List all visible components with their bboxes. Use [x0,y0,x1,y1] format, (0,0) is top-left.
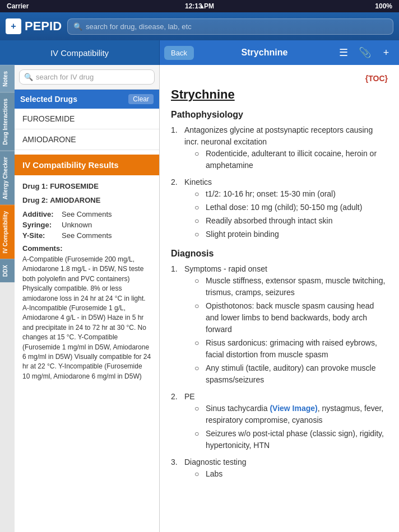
bullet-list: ○Sinus tachycardia (View Image), nystagm… [194,403,388,451]
list-item: 1. Antagonizes glycine at postsynaptic r… [171,124,388,173]
section-pathophysiology: Pathophysiology [171,110,388,120]
attachment-icon[interactable]: 📎 [356,44,373,61]
left-panel: 🔍 search for IV drug Selected Drugs Clea… [15,65,160,532]
section-diagnosis: Diagnosis [171,249,388,259]
list-item: ○Rodenticide, adulterant to illicit coca… [194,148,388,171]
nav-right: Back Strychnine ☰ 📎 + [160,40,399,65]
ysite-value: See Comments [62,231,112,240]
battery-label: 100% [375,2,392,10]
view-image-link[interactable]: (View Image) [270,404,317,413]
clear-button[interactable]: Clear [128,94,154,104]
results-content: Drug 1: FUROSEMIDE Drug 2: AMIODARONE Ad… [15,175,159,532]
add-icon[interactable]: + [378,44,395,61]
app-header: + PEPID 🔍 [0,12,399,40]
iv-search-placeholder: search for IV drug [36,73,94,81]
comments-text: A-Compatible (Furosemide 200 mg/L, Amiod… [22,255,151,381]
ysite-label: Y-Site: [22,231,62,240]
status-bar: Carrier ▲ 12:13 PM 100% [0,0,399,12]
diagnosis-list: 1. Symptoms - rapid onset ○Muscle stiffn… [171,263,388,482]
section-title: IV Compatibility [0,40,160,65]
global-search-box[interactable]: 🔍 [67,18,393,35]
list-item: ○Slight protein binding [194,228,362,240]
drug1-label: Drug 1: [22,182,48,190]
drug2-value: AMIODARONE [50,196,100,204]
results-header: IV Compatibility Results [15,155,159,175]
list-item[interactable]: FUROSEMIDE [15,109,159,129]
list-item: 2. Kinetics ○t1/2: 10-16 hr; onset: 15-3… [171,176,388,242]
article-title: Strychnine [171,87,388,102]
selected-drugs-label: Selected Drugs [20,95,77,104]
list-item: ○Sinus tachycardia (View Image), nystagm… [194,403,388,426]
selected-drugs-header: Selected Drugs Clear [15,90,159,109]
back-button[interactable]: Back [164,46,194,60]
syringe-label: Syringe: [22,221,62,229]
search-icon: 🔍 [24,73,33,81]
list-item: ○Muscle stiffness, extensor spasm, muscl… [194,275,388,298]
sidebar-item-iv-compatibility[interactable]: IV Compatibility [0,205,15,259]
search-icon: 🔍 [73,22,82,31]
list-item: ○Risus sardonicus: grimacing with raised… [194,337,388,361]
list-icon[interactable]: ☰ [335,44,352,61]
list-item: ○Any stimuli (tactile, auditory) can pro… [194,362,388,386]
carrier-label: Carrier [7,2,29,10]
bullet-list: ○Labs [194,468,247,480]
list-item: 3. Diagnostic testing ○Labs [171,456,388,482]
time-label: 12:13 PM [185,2,214,10]
drug-list: FUROSEMIDE AMIODARONE [15,109,159,150]
nav-icons: ☰ 📎 + [335,44,395,61]
drug1-value: FUROSEMIDE [50,182,99,190]
pepid-logo: + PEPID [6,18,62,34]
list-item[interactable]: AMIODARONE [15,129,159,150]
bullet-list: ○Rodenticide, adulterant to illicit coca… [194,148,388,171]
syringe-row: Syringe: Unknown [22,221,151,229]
drug-pair-1: Drug 1: FUROSEMIDE [22,182,151,190]
bullet-list: ○t1/2: 10-16 hr; onset: 15-30 min (oral)… [194,188,362,240]
additive-label: Additive: [22,210,62,218]
additive-value: See Comments [62,210,112,218]
global-search-input[interactable] [86,22,387,31]
list-item: ○Labs [194,468,247,480]
drug-pair-2: Drug 2: AMIODARONE [22,196,151,204]
list-item: 2. PE ○Sinus tachycardia (View Image), n… [171,391,388,453]
additive-row: Additive: See Comments [22,210,151,218]
toc-link[interactable]: {TOC} [171,74,388,83]
sidebar-item-notes[interactable]: Notes [0,65,15,92]
syringe-value: Unknown [62,221,92,229]
iv-search-inner[interactable]: 🔍 search for IV drug [19,69,155,85]
list-item: ○Seizures w/o post-ictal phase (classic … [194,428,388,451]
comments-title: Comments: [22,244,151,253]
page-title: Strychnine [197,48,332,58]
list-item: ○Readily absorbed through intact skin [194,215,362,227]
sidebar-item-allergy-checker[interactable]: Allergy Checker [0,151,15,205]
list-item: ○Opisthotonos: back muscle spasm causing… [194,300,388,335]
sidebar-item-ddx[interactable]: DDX [0,259,15,282]
sidebar-item-drug-interactions[interactable]: Drug Interactions [0,92,15,151]
list-item: 1. Symptoms - rapid onset ○Muscle stiffn… [171,263,388,388]
bullet-list: ○Muscle stiffness, extensor spasm, muscl… [194,275,388,386]
ysite-row: Y-Site: See Comments [22,231,151,240]
nav-bar: IV Compatibility Back Strychnine ☰ 📎 + [0,40,399,65]
list-item: ○Lethal dose: 10 mg (child); 50-150 mg (… [194,202,362,213]
drug2-label: Drug 2: [22,196,48,204]
list-item: ○t1/2: 10-16 hr; onset: 15-30 min (oral) [194,188,362,200]
pathophysiology-list: 1. Antagonizes glycine at postsynaptic r… [171,124,388,242]
right-panel[interactable]: {TOC} Strychnine Pathophysiology 1. Anta… [160,65,399,532]
logo-icon: + [6,18,21,34]
search-box: 🔍 search for IV drug [15,65,159,90]
side-tabs: Notes Drug Interactions Allergy Checker … [0,65,15,532]
main-content: Notes Drug Interactions Allergy Checker … [0,65,399,532]
